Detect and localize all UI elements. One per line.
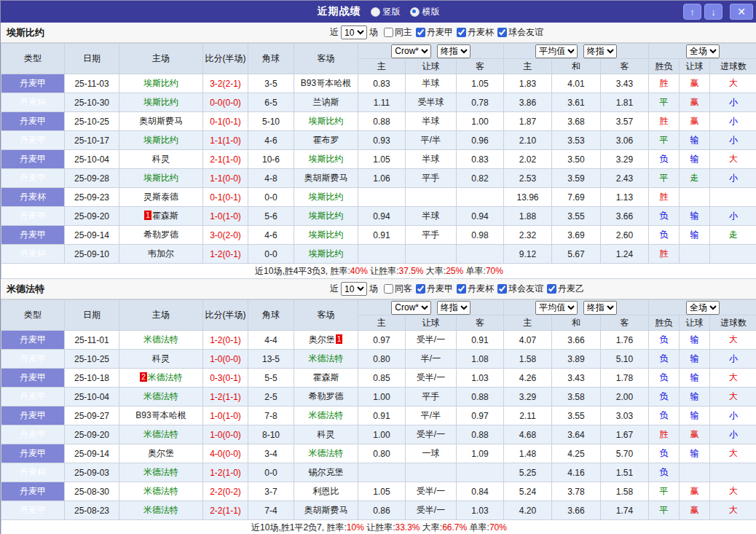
avg-odds-cell: 3.68 [552, 112, 601, 131]
away-team-cell: 埃斯比约 [294, 188, 358, 207]
checkbox-label: 同主 [395, 26, 412, 39]
corner-cell: 8-10 [248, 425, 294, 444]
checkbox-input[interactable] [384, 284, 393, 294]
team-name-text: 奥胡斯费马 [304, 505, 348, 515]
team-name-text: 希勒罗德 [309, 391, 344, 401]
games-unit-label: 场 [369, 26, 378, 39]
checkbox-input[interactable] [416, 284, 425, 294]
col-home: 主场 [119, 44, 203, 74]
score-cell: 1-2(1-0) [203, 463, 248, 482]
summary-row: 近10场,胜4平3负3, 胜率:40% 让胜率:37.5% 大率:25% 单率:… [1, 264, 756, 279]
date-cell: 25-10-30 [65, 93, 119, 112]
odds-company-select[interactable]: Crow* [391, 301, 431, 315]
odds-stage-select-2[interactable]: 终指 [583, 301, 617, 315]
checkbox-input[interactable] [416, 28, 425, 37]
match-row: 丹麦甲25-09-14希勒罗德3-0(2-0)4-6埃斯比约0.91平手0.98… [1, 226, 756, 245]
corner-cell: 4-6 [248, 131, 294, 150]
league-cell: 丹麦甲 [1, 444, 65, 463]
date-cell: 25-10-04 [65, 388, 119, 407]
handicap-odds-cell: 0.78 [457, 93, 504, 112]
checkbox-label: 丹麦甲 [427, 283, 453, 295]
section-header: 埃斯比约 近 10 场 同主丹麦甲丹麦杯球会友谊 [1, 23, 756, 43]
avg-odds-cell: 2.53 [504, 169, 552, 188]
handicap-odds-cell: 0.88 [457, 388, 504, 407]
odds-stage-select-1[interactable]: 终指 [437, 44, 470, 58]
date-cell: 25-09-27 [65, 407, 119, 425]
odds-stage-select-2[interactable]: 终指 [583, 44, 617, 58]
col-result-wdl: 胜负 [649, 59, 680, 74]
checkbox-input[interactable] [497, 28, 507, 37]
filter-checkbox-2[interactable]: 丹麦杯 [457, 283, 494, 295]
filter-checkbox-0[interactable]: 同客 [384, 283, 412, 295]
scroll-up-button[interactable]: ↑ [683, 4, 701, 20]
score-cell: 0-1(0-1) [203, 188, 248, 207]
filter-checkbox-group: 同主丹麦甲丹麦杯球会友谊 [380, 26, 543, 39]
home-team-cell: 米德法特 [119, 482, 203, 501]
col-avg-draw: 和 [552, 315, 601, 331]
avg-odds-select[interactable]: 平均值 [535, 44, 578, 58]
scroll-down-button[interactable]: ↓ [704, 4, 722, 20]
away-team-cell: 霍布罗 [294, 131, 358, 150]
avg-odds-cell: 1.81 [601, 93, 649, 112]
handicap-odds-cell: 1.00 [457, 112, 504, 131]
recent-count-select[interactable]: 10 [341, 25, 367, 39]
team-name-text: 埃斯比约 [143, 78, 178, 88]
close-button[interactable]: ✕ [730, 4, 753, 20]
handicap-odds-cell: 平手 [406, 226, 457, 245]
filter-checkbox-3[interactable]: 球会友谊 [497, 26, 543, 39]
corner-cell: 4-8 [248, 169, 294, 188]
recent-count-select[interactable]: 10 [341, 282, 367, 296]
scope-select[interactable]: 全场 [686, 301, 720, 315]
odds-company-select[interactable]: Crow* [391, 44, 431, 58]
handicap-odds-cell: 半球 [406, 150, 457, 169]
checkbox-input[interactable] [547, 284, 556, 294]
handicap-odds-cell: 1.03 [457, 369, 504, 388]
checkbox-input[interactable] [384, 28, 393, 37]
odds-stage-select-1[interactable]: 终指 [437, 301, 470, 315]
handicap-odds-cell [457, 463, 504, 482]
filter-checkbox-1[interactable]: 丹麦甲 [416, 283, 453, 295]
home-team-cell: B93哥本哈根 [119, 407, 203, 425]
avg-odds-cell: 13.96 [504, 188, 552, 207]
checkbox-input[interactable] [457, 284, 466, 294]
result-goals-cell [710, 188, 756, 207]
result-wdl-cell: 胜 [649, 188, 680, 207]
score-cell: 1-0(1-0) [203, 407, 248, 425]
filter-checkbox-2[interactable]: 丹麦杯 [457, 26, 494, 39]
rank-badge: 1 [336, 334, 343, 344]
team-name-text: 科灵 [318, 429, 335, 439]
sections-container: 埃斯比约 近 10 场 同主丹麦甲丹麦杯球会友谊 类型 日期 [1, 23, 756, 534]
handicap-odds-cell: 0.97 [457, 407, 504, 425]
date-cell: 25-08-30 [65, 482, 119, 501]
layout-radio-vertical[interactable]: 竖版 [371, 6, 401, 18]
league-cell: 丹麦甲 [1, 350, 65, 369]
avg-odds-cell: 1.51 [601, 463, 649, 482]
home-team-cell: 埃斯比约 [119, 131, 203, 150]
filter-checkbox-4[interactable]: 丹麦乙 [547, 283, 584, 295]
handicap-odds-cell: 0.98 [457, 226, 504, 245]
home-team-cell: 科灵 [119, 350, 203, 369]
result-handicap-cell: 赢 [680, 501, 710, 520]
checkbox-input[interactable] [457, 28, 466, 37]
filter-checkbox-0[interactable]: 同主 [384, 26, 412, 39]
avg-odds-cell: 2.60 [601, 226, 649, 245]
layout-radio-horizontal[interactable]: 横版 [410, 6, 440, 18]
avg-odds-select[interactable]: 平均值 [535, 301, 578, 315]
result-goals-cell [710, 463, 756, 482]
checkbox-label: 丹麦甲 [427, 26, 453, 39]
league-cell: 丹麦甲 [1, 482, 65, 501]
up-arrow-icon: ↑ [690, 7, 695, 17]
date-cell: 25-10-04 [65, 150, 119, 169]
handicap-odds-cell: 0.85 [358, 369, 406, 388]
away-team-cell: 奥胡斯费马 [294, 169, 358, 188]
table-header-row-1: 类型 日期 主场 比分(半场) 角球 客场 Crow* 终指 平均值 终指 [1, 44, 756, 59]
league-cell: 丹麦甲 [1, 331, 65, 350]
scope-select[interactable]: 全场 [686, 44, 720, 58]
filter-checkbox-3[interactable]: 球会友谊 [497, 283, 543, 295]
filter-checkbox-1[interactable]: 丹麦甲 [416, 26, 453, 39]
result-handicap-cell: 输 [680, 131, 710, 150]
score-cell: 1-1(1-0) [203, 131, 248, 150]
checkbox-input[interactable] [497, 284, 507, 294]
result-handicap-cell [680, 188, 710, 207]
result-handicap-cell: 输 [680, 369, 710, 388]
